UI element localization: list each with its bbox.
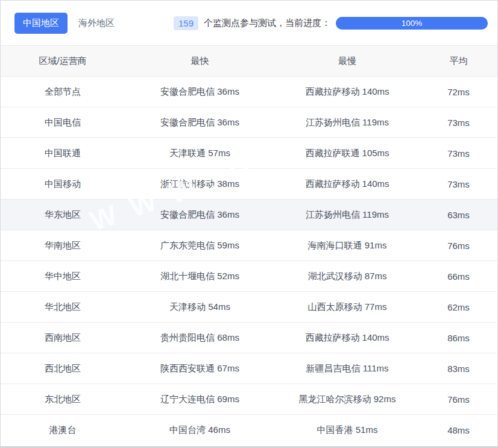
test-status-line: 159 个监测点参与测试，当前进度： 100% [174, 16, 488, 30]
table-row: 中国联通 天津联通 57ms 西藏拉萨联通 105ms 73ms [1, 137, 497, 168]
table-row: 全部节点 安徽合肥电信 36ms 西藏拉萨移动 140ms 72ms [1, 76, 497, 107]
average-cell: 48ms [420, 425, 497, 435]
column-header-fastest: 最快 [125, 55, 275, 67]
region-cell: 港澳台 [1, 424, 125, 436]
region-cell: 华北地区 [1, 301, 125, 313]
fastest-cell: 浙江杭州移动 38ms [125, 178, 275, 190]
region-cell: 中国电信 [1, 117, 125, 128]
region-cell: 西南地区 [1, 332, 125, 344]
slowest-cell: 山西太原移动 77ms [275, 301, 420, 313]
table-row: 中国电信 安徽合肥电信 36ms 江苏扬州电信 119ms 73ms [1, 107, 497, 137]
slowest-cell: 西藏拉萨联通 105ms [275, 148, 420, 159]
progress-label: 100% [336, 17, 488, 30]
region-cell: 华中地区 [1, 271, 125, 282]
average-cell: 72ms [420, 87, 497, 97]
fastest-cell: 中国台湾 46ms [125, 424, 275, 436]
region-cell: 中国移动 [1, 178, 125, 190]
table-row: 华北地区 天津移动 54ms 山西太原移动 77ms 62ms [1, 291, 497, 322]
progress-bar: 100% [336, 17, 488, 30]
fastest-cell: 安徽合肥电信 36ms [125, 209, 275, 221]
slowest-cell: 黑龙江哈尔滨移动 92ms [275, 394, 420, 405]
tab-china-region[interactable]: 中国地区 [14, 13, 68, 34]
region-cell: 全部节点 [1, 86, 125, 98]
table-row: 东北地区 辽宁大连电信 69ms 黑龙江哈尔滨移动 92ms 76ms [1, 383, 497, 414]
topbar: 中国地区 海外地区 159 个监测点参与测试，当前进度： 100% [1, 1, 497, 45]
table-row: 华南地区 广东东莞电信 59ms 海南海口联通 91ms 76ms [1, 230, 497, 260]
column-header-average: 平均 [420, 55, 497, 67]
speedtest-results-panel: 中国地区 海外地区 159 个监测点参与测试，当前进度： 100% 区域/运营商… [0, 0, 498, 448]
fastest-cell: 天津移动 54ms [125, 301, 275, 313]
slowest-cell: 湖北武汉移动 87ms [275, 271, 420, 282]
slowest-cell: 西藏拉萨移动 140ms [275, 332, 420, 344]
average-cell: 76ms [420, 394, 497, 405]
table-header-row: 区域/运营商 最快 最慢 平均 [1, 45, 497, 76]
slowest-cell: 新疆昌吉电信 111ms [275, 363, 420, 374]
table-row: 华中地区 湖北十堰电信 52ms 湖北武汉移动 87ms 66ms [1, 260, 497, 291]
status-text: 个监测点参与测试，当前进度： [204, 17, 330, 29]
region-cell: 西北地区 [1, 363, 125, 374]
monitor-count-badge: 159 [174, 16, 198, 30]
slowest-cell: 江苏扬州电信 119ms [275, 117, 420, 128]
average-cell: 73ms [420, 179, 497, 189]
slowest-cell: 西藏拉萨移动 140ms [275, 178, 420, 190]
table-row-hovered: 华东地区 安徽合肥电信 36ms 江苏扬州电信 119ms 63ms [1, 199, 497, 230]
region-cell: 华东地区 [1, 209, 125, 221]
average-cell: 73ms [420, 148, 497, 159]
average-cell: 83ms [420, 364, 497, 374]
fastest-cell: 广东东莞电信 59ms [125, 240, 275, 251]
average-cell: 66ms [420, 271, 497, 282]
average-cell: 63ms [420, 210, 497, 220]
region-cell: 中国联通 [1, 148, 125, 159]
region-cell: 东北地区 [1, 394, 125, 405]
fastest-cell: 安徽合肥电信 36ms [125, 86, 275, 98]
fastest-cell: 湖北十堰电信 52ms [125, 271, 275, 282]
average-cell: 76ms [420, 241, 497, 251]
tab-overseas-region[interactable]: 海外地区 [70, 13, 123, 34]
fastest-cell: 贵州贵阳电信 68ms [125, 332, 275, 344]
region-tabs: 中国地区 海外地区 [14, 13, 123, 34]
slowest-cell: 海南海口联通 91ms [275, 240, 420, 251]
fastest-cell: 陕西西安联通 67ms [125, 363, 275, 374]
table-row: 港澳台 中国台湾 46ms 中国香港 51ms 48ms [1, 414, 497, 445]
slowest-cell: 江苏扬州电信 119ms [275, 209, 420, 221]
table-row: 西南地区 贵州贵阳电信 68ms 西藏拉萨移动 140ms 86ms [1, 322, 497, 353]
fastest-cell: 天津联通 57ms [125, 148, 275, 159]
average-cell: 62ms [420, 302, 497, 312]
latency-table: 区域/运营商 最快 最慢 平均 全部节点 安徽合肥电信 36ms 西藏拉萨移动 … [1, 45, 497, 445]
slowest-cell: 西藏拉萨移动 140ms [275, 86, 420, 98]
table-row: 西北地区 陕西西安联通 67ms 新疆昌吉电信 111ms 83ms [1, 353, 497, 383]
average-cell: 73ms [420, 118, 497, 128]
column-header-slowest: 最慢 [275, 55, 420, 67]
fastest-cell: 辽宁大连电信 69ms [125, 394, 275, 405]
table-row: 中国移动 浙江杭州移动 38ms 西藏拉萨移动 140ms 73ms [1, 168, 497, 199]
column-header-region: 区域/运营商 [1, 55, 125, 67]
region-cell: 华南地区 [1, 240, 125, 251]
slowest-cell: 中国香港 51ms [275, 424, 420, 436]
fastest-cell: 安徽合肥电信 36ms [125, 117, 275, 128]
average-cell: 86ms [420, 333, 497, 343]
